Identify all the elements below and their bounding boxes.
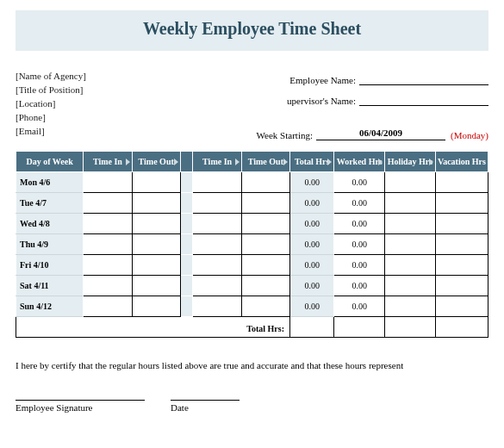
supervisor-input[interactable]	[359, 93, 488, 106]
worked-hrs-cell[interactable]: 0.00	[334, 172, 385, 193]
agency-position: [Title of Position]	[16, 84, 86, 97]
employee-name-input[interactable]	[359, 72, 488, 85]
gap-cell	[180, 255, 193, 276]
worked-hrs-cell[interactable]: 0.00	[334, 234, 385, 255]
signature-employee: Employee Signature	[16, 400, 145, 413]
vacation-hrs-cell[interactable]	[435, 276, 488, 296]
week-starting-value[interactable]: 06/04/2009	[316, 128, 445, 140]
date-label: Date	[171, 402, 240, 413]
holiday-hrs-cell[interactable]	[385, 193, 436, 214]
totals-total	[290, 317, 334, 338]
col-total-hrs: Total Hrs	[290, 152, 334, 172]
signature-line[interactable]	[16, 400, 145, 401]
date-line[interactable]	[171, 400, 240, 401]
holiday-hrs-cell[interactable]	[385, 172, 436, 193]
col-holiday-hrs: Holiday Hrs	[385, 152, 436, 172]
sort-icon	[429, 159, 433, 165]
total-hrs-cell: 0.00	[290, 172, 334, 193]
title-bar: Weekly Employee Time Sheet	[16, 10, 488, 51]
time-out-1-cell[interactable]	[132, 234, 180, 255]
col-time-in-2: Time In	[193, 152, 241, 172]
holiday-hrs-cell[interactable]	[385, 296, 436, 317]
holiday-hrs-cell[interactable]	[385, 214, 436, 234]
day-cell: Wed 4/8	[16, 214, 84, 234]
totals-vacation	[435, 317, 488, 338]
worked-hrs-cell[interactable]: 0.00	[334, 193, 385, 214]
vacation-hrs-cell[interactable]	[435, 172, 488, 193]
sort-icon	[235, 159, 240, 165]
time-in-2-cell[interactable]	[193, 255, 241, 276]
sort-icon	[283, 159, 288, 165]
gap-cell	[180, 296, 193, 317]
time-out-2-cell[interactable]	[241, 234, 289, 255]
time-out-2-cell[interactable]	[241, 276, 289, 296]
time-in-1-cell[interactable]	[84, 276, 132, 296]
time-out-2-cell[interactable]	[241, 172, 289, 193]
time-in-2-cell[interactable]	[193, 234, 241, 255]
day-cell: Thu 4/9	[16, 234, 84, 255]
time-out-2-cell[interactable]	[241, 214, 289, 234]
holiday-hrs-cell[interactable]	[385, 234, 436, 255]
worked-hrs-cell[interactable]: 0.00	[334, 276, 385, 296]
supervisor-row: upervisor's Name:	[257, 90, 488, 106]
gap-cell	[180, 214, 193, 234]
time-out-1-cell[interactable]	[132, 214, 180, 234]
vacation-hrs-cell[interactable]	[435, 214, 488, 234]
totals-worked	[334, 317, 385, 338]
table-row: Sun 4/120.000.00	[16, 296, 488, 317]
worked-hrs-cell[interactable]: 0.00	[334, 255, 385, 276]
sort-icon	[378, 159, 383, 165]
worked-hrs-cell[interactable]: 0.00	[334, 296, 385, 317]
time-in-1-cell[interactable]	[84, 214, 132, 234]
time-out-1-cell[interactable]	[132, 193, 180, 214]
holiday-hrs-cell[interactable]	[385, 276, 436, 296]
holiday-hrs-cell[interactable]	[385, 255, 436, 276]
time-in-1-cell[interactable]	[84, 172, 132, 193]
time-in-2-cell[interactable]	[193, 193, 241, 214]
vacation-hrs-cell[interactable]	[435, 234, 488, 255]
time-in-2-cell[interactable]	[193, 276, 241, 296]
page-title: Weekly Employee Time Sheet	[16, 19, 488, 39]
table-row: Wed 4/80.000.00	[16, 214, 488, 234]
worked-hrs-cell[interactable]: 0.00	[334, 214, 385, 234]
gap-cell	[180, 234, 193, 255]
time-in-2-cell[interactable]	[193, 214, 241, 234]
total-hrs-cell: 0.00	[290, 193, 334, 214]
vacation-hrs-cell[interactable]	[435, 193, 488, 214]
signature-block: Employee Signature Date	[16, 400, 488, 413]
week-starting-day: (Monday)	[451, 130, 488, 140]
day-cell: Sun 4/12	[16, 296, 84, 317]
time-in-2-cell[interactable]	[193, 296, 241, 317]
time-out-2-cell[interactable]	[241, 255, 289, 276]
time-out-1-cell[interactable]	[132, 172, 180, 193]
col-time-in-1: Time In	[84, 152, 132, 172]
total-hrs-cell: 0.00	[290, 296, 334, 317]
time-in-2-cell[interactable]	[193, 172, 241, 193]
total-hrs-cell: 0.00	[290, 214, 334, 234]
time-in-1-cell[interactable]	[84, 193, 132, 214]
agency-info: [Name of Agency] [Title of Position] [Lo…	[16, 70, 86, 146]
total-hrs-cell: 0.00	[290, 255, 334, 276]
time-out-1-cell[interactable]	[132, 276, 180, 296]
employee-name-label: Employee Name:	[289, 75, 359, 85]
time-in-1-cell[interactable]	[84, 255, 132, 276]
vacation-hrs-cell[interactable]	[435, 255, 488, 276]
time-in-1-cell[interactable]	[84, 234, 132, 255]
certification-text: I here by certify that the regular hours…	[16, 360, 488, 370]
agency-phone: [Phone]	[16, 111, 86, 125]
time-in-1-cell[interactable]	[84, 296, 132, 317]
totals-label: Total Hrs:	[16, 317, 290, 338]
sort-icon	[327, 159, 332, 165]
total-hrs-cell: 0.00	[290, 234, 334, 255]
employee-name-row: Employee Name:	[257, 70, 488, 85]
agency-name: [Name of Agency]	[16, 70, 86, 84]
day-cell: Tue 4/7	[16, 193, 84, 214]
vacation-hrs-cell[interactable]	[435, 296, 488, 317]
time-out-2-cell[interactable]	[241, 193, 289, 214]
col-worked-hrs: Worked Hrs	[334, 152, 385, 172]
time-out-1-cell[interactable]	[132, 296, 180, 317]
time-out-2-cell[interactable]	[241, 296, 289, 317]
col-gap	[180, 152, 193, 172]
supervisor-label: upervisor's Name:	[287, 96, 359, 106]
time-out-1-cell[interactable]	[132, 255, 180, 276]
